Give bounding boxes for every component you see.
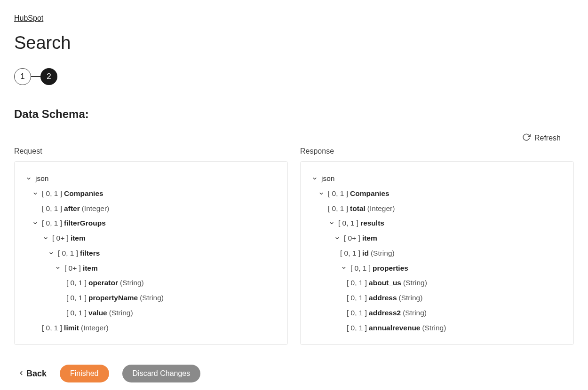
tree-node: [ 0+ ] item [311, 231, 563, 246]
node-name: limit [64, 320, 79, 335]
node-type: (String) [371, 246, 395, 261]
discard-button[interactable]: Discard Changes [122, 365, 201, 382]
node-name: filters [80, 246, 100, 261]
node-type: (String) [140, 290, 164, 305]
chevron-down-icon[interactable] [334, 235, 341, 241]
breadcrumb-link-hubspot[interactable]: HubSpot [14, 14, 43, 22]
section-title: Data Schema: [14, 108, 574, 121]
cardinality: [ 0, 1 ] [42, 320, 62, 335]
tree-node: [ 0, 1 ] address (String) [311, 290, 563, 305]
cardinality: [ 0, 1 ] [347, 305, 367, 320]
tree-node: [ 0, 1 ] about_us (String) [311, 275, 563, 290]
tree-node: [ 0, 1 ] address2 (String) [311, 305, 563, 320]
cardinality: [ 0, 1 ] [66, 290, 87, 305]
cardinality: [ 0+ ] [344, 231, 360, 246]
node-type: (String) [109, 305, 133, 320]
node-name: json [321, 171, 334, 186]
node-type: (String) [399, 290, 423, 305]
stepper: 1 2 [14, 68, 574, 85]
cardinality: [ 0, 1 ] [66, 275, 87, 290]
node-name: operator [88, 275, 118, 290]
cardinality: [ 0+ ] [64, 261, 81, 276]
node-type: (Integer) [367, 201, 395, 216]
tree-node: [ 0+ ] item [25, 261, 277, 276]
chevron-down-icon[interactable] [42, 235, 49, 241]
node-name: Companies [64, 186, 103, 201]
node-type: (String) [422, 320, 446, 335]
chevron-down-icon[interactable] [340, 265, 348, 271]
response-panel: json[ 0, 1 ] Companies[ 0, 1 ] total (In… [300, 161, 574, 345]
request-panel: json[ 0, 1 ] Companies[ 0, 1 ] after (In… [14, 161, 288, 345]
refresh-label: Refresh [534, 134, 561, 142]
node-type: (String) [403, 305, 427, 320]
cardinality: [ 0+ ] [52, 231, 69, 246]
node-name: value [88, 305, 107, 320]
tree-node: [ 0, 1 ] properties [311, 261, 563, 276]
tree-node: [ 0, 1 ] total (Integer) [311, 201, 563, 216]
finished-button[interactable]: Finished [60, 365, 109, 382]
cardinality: [ 0, 1 ] [42, 201, 62, 216]
tree-node: [ 0, 1 ] propertyName (String) [25, 290, 277, 305]
tree-node: [ 0, 1 ] operator (String) [25, 275, 277, 290]
cardinality: [ 0, 1 ] [42, 186, 62, 201]
node-name: annualrevenue [369, 320, 420, 335]
node-name: about_us [369, 275, 401, 290]
cardinality: [ 0, 1 ] [350, 261, 371, 276]
node-type: (Integer) [82, 201, 110, 216]
chevron-down-icon[interactable] [54, 265, 62, 271]
node-name: id [362, 246, 369, 261]
tree-node: json [311, 171, 563, 186]
tree-node: [ 0, 1 ] results [311, 216, 563, 231]
breadcrumb: HubSpot [14, 14, 574, 23]
node-name: address [369, 290, 397, 305]
node-name: json [35, 171, 48, 186]
chevron-down-icon[interactable] [32, 191, 39, 196]
tree-node: [ 0, 1 ] Companies [25, 186, 277, 201]
node-name: filterGroups [64, 216, 106, 231]
chevron-down-icon[interactable] [48, 250, 55, 256]
node-name: propertyName [88, 290, 138, 305]
cardinality: [ 0, 1 ] [58, 246, 78, 261]
tree-node: [ 0, 1 ] limit (Integer) [25, 320, 277, 335]
chevron-down-icon[interactable] [32, 220, 39, 226]
node-name: item [362, 231, 377, 246]
cardinality: [ 0, 1 ] [347, 320, 367, 335]
tree-node: json [25, 171, 277, 186]
cardinality: [ 0, 1 ] [328, 201, 348, 216]
response-label: Response [300, 147, 574, 156]
tree-node: [ 0, 1 ] id (String) [311, 246, 563, 261]
cardinality: [ 0, 1 ] [347, 290, 367, 305]
tree-node: [ 0+ ] item [25, 231, 277, 246]
refresh-button[interactable]: Refresh [522, 133, 561, 143]
node-name: total [350, 201, 366, 216]
request-label: Request [14, 147, 288, 156]
tree-node: [ 0, 1 ] after (Integer) [25, 201, 277, 216]
page-title: Search [14, 33, 574, 53]
tree-node: [ 0, 1 ] Companies [311, 186, 563, 201]
cardinality: [ 0, 1 ] [340, 246, 360, 261]
node-name: item [83, 261, 98, 276]
tree-node: [ 0, 1 ] filters [25, 246, 277, 261]
step-1[interactable]: 1 [14, 68, 31, 85]
node-type: (String) [120, 275, 144, 290]
chevron-down-icon[interactable] [25, 176, 32, 181]
step-connector [31, 76, 40, 77]
tree-node: [ 0, 1 ] value (String) [25, 305, 277, 320]
node-name: Companies [350, 186, 389, 201]
cardinality: [ 0, 1 ] [338, 216, 358, 231]
step-2[interactable]: 2 [40, 68, 57, 85]
cardinality: [ 0, 1 ] [347, 275, 367, 290]
node-name: address2 [369, 305, 401, 320]
node-name: item [71, 231, 86, 246]
chevron-down-icon[interactable] [318, 191, 325, 196]
back-link[interactable]: Back [18, 369, 47, 379]
chevron-down-icon[interactable] [311, 176, 318, 181]
cardinality: [ 0, 1 ] [66, 305, 87, 320]
cardinality: [ 0, 1 ] [42, 216, 62, 231]
cardinality: [ 0, 1 ] [328, 186, 348, 201]
node-name: properties [373, 261, 408, 276]
chevron-down-icon[interactable] [328, 220, 335, 226]
node-name: after [64, 201, 80, 216]
node-type: (String) [403, 275, 427, 290]
refresh-icon [522, 133, 531, 143]
